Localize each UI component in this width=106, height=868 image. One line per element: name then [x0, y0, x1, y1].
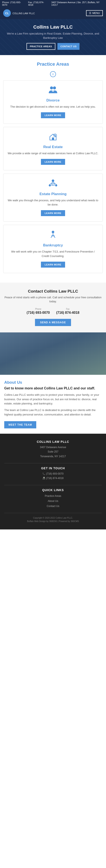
real-estate-card: $ Real Estate We provide a wide range of… — [3, 127, 103, 170]
footer-quick-links: QUICK LINKS Practice Areas About Us Cont… — [4, 488, 102, 509]
hamburger-icon: ☰ — [89, 12, 91, 14]
svg-line-17 — [51, 235, 53, 238]
contact-phone-number: (716) 693-0070 — [27, 311, 50, 315]
meet-the-team-button[interactable]: MEET THE TEAM — [4, 421, 36, 428]
svg-line-18 — [53, 235, 55, 238]
hero-section: Collins Law PLLC We're a Law Firm specia… — [0, 19, 106, 55]
divorce-learn-more-button[interactable]: LEARN MORE — [41, 112, 65, 118]
real-estate-icon: $ — [8, 132, 98, 143]
contact-phone-block: Phone (716) 693-0070 — [27, 308, 50, 315]
footer-copyright: Copyright © 2020-2022 Collins Law PLLC. … — [4, 516, 102, 523]
send-message-button[interactable]: SEND A MESSAGE — [35, 319, 71, 326]
svg-point-8 — [49, 184, 51, 186]
footer-quick-links-heading: QUICK LINKS — [4, 488, 102, 492]
footer-get-in-touch-heading: GET IN TOUCH — [4, 467, 102, 470]
logo[interactable]: CL COLLINS LAW PLLC — [3, 9, 35, 17]
svg-point-7 — [52, 180, 54, 182]
bankruptcy-title: Bankruptcy — [8, 243, 98, 247]
footer-fax-icon — [43, 477, 46, 479]
top-bar: Phone: (716) 693-0070 Fax: (716) 874-401… — [0, 0, 106, 7]
estate-planning-icon — [8, 179, 98, 190]
hero-buttons: PRACTICE AREAS CONTACT US — [4, 43, 102, 50]
divorce-icon — [8, 86, 98, 96]
footer-link-about-us[interactable]: About Us — [4, 498, 102, 504]
footer-firm-info: COLLINS LAW PLLC 3407 Delaware Avenue Su… — [4, 440, 102, 459]
svg-point-15 — [52, 231, 54, 233]
info-icon: i — [50, 71, 56, 77]
logo-initials: CL — [3, 9, 11, 17]
header: CL COLLINS LAW PLLC ☰ MENU — [0, 7, 106, 19]
contact-phones: Phone (716) 693-0070 Fax (716) 874-4018 — [4, 308, 102, 315]
hero-content: Collins Law PLLC We're a Law Firm specia… — [4, 24, 102, 50]
top-bar-phone: Phone: (716) 693-0070 — [2, 1, 25, 6]
about-heading: About Us — [4, 380, 102, 385]
divorce-title: Divorce — [8, 98, 98, 102]
bankruptcy-card: Bankruptcy We will work with you on Chap… — [3, 225, 103, 273]
footer-link-contact-us[interactable]: Contact Us — [4, 504, 102, 509]
fax-label: Fax — [56, 308, 79, 310]
estate-planning-description: We walk you through the process, and hel… — [8, 198, 98, 207]
hero-title: Collins Law PLLC — [4, 24, 102, 30]
practice-areas-heading: Practice Areas — [3, 61, 103, 67]
about-subheading: Get to know more about Collins Law PLLC … — [4, 386, 102, 390]
hero-description: We're a Law Firm specializing in Real Es… — [4, 32, 102, 40]
phone-label: Phone — [27, 308, 50, 310]
bankruptcy-description: We will work with you on Chapter 7/13, a… — [8, 250, 98, 258]
divorce-card: Divorce The decision to get divorced is … — [3, 80, 103, 124]
contact-section: Contact Collins Law PLLC Peace of mind s… — [0, 283, 106, 333]
footer-address: 3407 Delaware Avenue Suite 257 Tonawanda… — [4, 445, 102, 459]
estate-planning-card: Estate Planning We walk you through the … — [3, 174, 103, 222]
about-paragraph-2: The team at Collins Law PLLC is dedicate… — [4, 408, 102, 417]
svg-rect-12 — [52, 183, 54, 185]
footer-divider-3 — [4, 513, 102, 513]
footer-firm-name: COLLINS LAW PLLC — [4, 440, 102, 443]
real-estate-title: Real Estate — [8, 145, 98, 149]
about-section: About Us Get to know more about Collins … — [0, 375, 106, 434]
footer: COLLINS LAW PLLC 3407 Delaware Avenue Su… — [0, 434, 106, 529]
svg-point-9 — [55, 184, 57, 186]
svg-text:$: $ — [55, 134, 56, 137]
bankruptcy-learn-more-button[interactable]: LEARN MORE — [41, 262, 65, 268]
footer-fax: (716) 874-4018 — [4, 476, 102, 481]
footer-link-practice-areas[interactable]: Practice Areas — [4, 493, 102, 498]
real-estate-learn-more-button[interactable]: LEARN MORE — [41, 159, 65, 165]
practice-areas-button[interactable]: PRACTICE AREAS — [26, 43, 55, 50]
about-image-background — [0, 333, 106, 375]
svg-rect-4 — [52, 137, 54, 140]
contact-heading: Contact Collins Law PLLC — [4, 289, 102, 293]
contact-fax-number: (716) 874-4018 — [56, 311, 79, 315]
about-image — [0, 333, 106, 375]
estate-planning-title: Estate Planning — [8, 192, 98, 196]
top-bar-fax: Fax: (716) 874-4018 — [28, 1, 48, 6]
footer-contact-info: GET IN TOUCH (716) 693-0070 (716) 874-40… — [4, 467, 102, 481]
practice-areas-section: Practice Areas i Divorce The decision to… — [0, 55, 106, 283]
bankruptcy-icon — [8, 230, 98, 241]
svg-point-1 — [53, 87, 56, 89]
contact-us-hero-button[interactable]: CONTACT US — [57, 43, 80, 50]
menu-button[interactable]: ☰ MENU — [86, 10, 103, 16]
footer-divider-1 — [4, 463, 102, 463]
firm-name-text: COLLINS LAW PLLC — [12, 11, 35, 15]
divorce-description: The decision to get divorced is often no… — [8, 105, 98, 109]
footer-divider-2 — [4, 485, 102, 485]
footer-phone-icon — [43, 472, 46, 475]
top-bar-address: 3407 Delaware Avenue | Ste. 257 | Buffal… — [51, 1, 104, 6]
svg-point-0 — [50, 87, 53, 89]
about-paragraph-1: Collins Law PLLC works with you to prote… — [4, 393, 102, 406]
real-estate-description: We provide a wide range of real estate s… — [8, 151, 98, 156]
contact-fax-block: Fax (716) 874-4018 — [56, 308, 79, 315]
estate-planning-learn-more-button[interactable]: LEARN MORE — [41, 210, 65, 216]
contact-description: Peace of mind starts with a phone call. … — [4, 295, 102, 304]
footer-phone: (716) 693-0070 — [4, 472, 102, 476]
